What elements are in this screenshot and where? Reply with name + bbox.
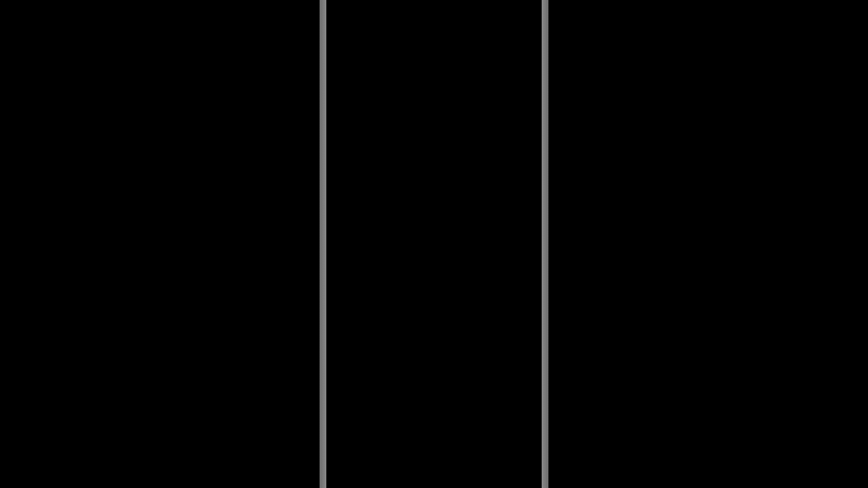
- left-panel: [0, 0, 320, 488]
- right-panel: [548, 0, 868, 488]
